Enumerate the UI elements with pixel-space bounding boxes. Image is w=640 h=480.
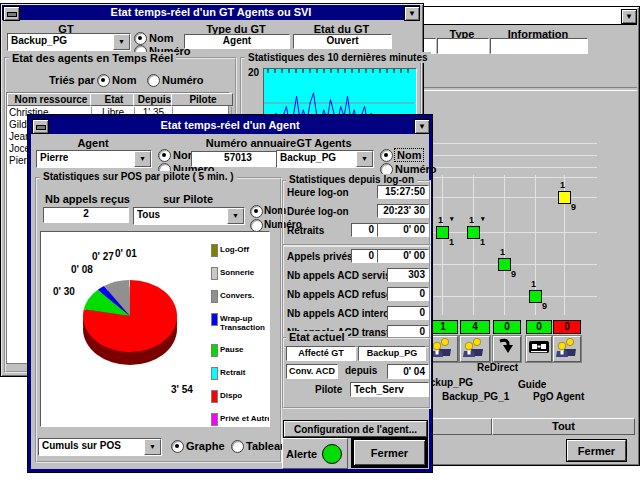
tableau-radio[interactable] bbox=[231, 440, 244, 453]
gtagents-radio-nom[interactable] bbox=[380, 149, 393, 162]
cumuls-combo-value: Cumuls sur POS bbox=[42, 440, 145, 451]
legend-swatch-icon bbox=[211, 367, 218, 380]
legend-item: Log-Off bbox=[211, 244, 265, 256]
alert-light-icon bbox=[322, 444, 342, 464]
gtagents-combo-dropdown-icon[interactable]: ▼ bbox=[356, 151, 373, 167]
agents-icon[interactable] bbox=[460, 336, 490, 362]
affecte-box: Affecté GT courant bbox=[286, 346, 356, 361]
node-count-top: 1 bbox=[500, 247, 505, 257]
legend-label: Retrait bbox=[220, 368, 266, 377]
cumuls-dropdown-icon[interactable]: ▼ bbox=[144, 439, 161, 455]
legend-item: Wrap-up Transaction bbox=[211, 313, 265, 333]
agent-window-titlebar[interactable]: Etat temps-réel d'un Agent bbox=[31, 118, 429, 134]
gt-radio-nom[interactable] bbox=[134, 32, 147, 45]
refuses-label: Nb appels ACD refusés bbox=[287, 289, 397, 300]
retraits-count: 0 bbox=[351, 223, 378, 237]
node-count-bottom: 1 bbox=[449, 237, 454, 247]
diagram-node[interactable] bbox=[498, 258, 511, 271]
table-header-row: Nom ressourceEtatDepuisPilote bbox=[7, 93, 228, 106]
counter-box[interactable]: 0 bbox=[553, 320, 581, 334]
gtagents-combo[interactable]: Backup_PG ▼ bbox=[276, 150, 374, 168]
pilote-radio-nom[interactable] bbox=[250, 205, 263, 218]
pie-value-label: 0' 08 bbox=[71, 264, 93, 275]
counter-box[interactable]: 0 bbox=[493, 320, 521, 334]
conv-time-value: 0' 04 bbox=[387, 364, 429, 379]
config-agent-button[interactable]: Configuration de l'agent... bbox=[284, 421, 427, 437]
diagram-node[interactable] bbox=[436, 226, 449, 239]
stats10-groupbox-label: Statistiques des 10 dernières minutes bbox=[245, 52, 431, 63]
diagram-gridline bbox=[421, 143, 597, 144]
sur-pilote-dropdown-icon[interactable]: ▼ bbox=[227, 208, 244, 224]
gt-combo-value: Backup_PG bbox=[11, 35, 114, 46]
agent-sysmenu-icon[interactable] bbox=[32, 119, 49, 134]
table-header-Pilote: Pilote bbox=[171, 93, 233, 106]
node-arrow-icon: ▾ bbox=[481, 215, 485, 223]
node-count-bottom: 9 bbox=[571, 202, 576, 212]
pie-value-label: 0' 01 bbox=[115, 248, 137, 259]
guide-icon[interactable] bbox=[526, 336, 552, 362]
node-count-top: 1 bbox=[531, 279, 536, 289]
legend-swatch-icon bbox=[211, 390, 218, 403]
diagram-gridline bbox=[421, 155, 597, 156]
gtagents-combo-label: GT Agents bbox=[276, 137, 372, 149]
tout-bar-left[interactable] bbox=[430, 418, 492, 435]
tout-bar[interactable]: Tout bbox=[492, 418, 635, 435]
logon-groupbox-label: Statistiques depuis log-on bbox=[286, 174, 417, 185]
agent-window: Etat temps-réel d'un Agent ▼ Agent Pierr… bbox=[28, 115, 432, 472]
pilote-value: Tech_Serv bbox=[350, 382, 429, 397]
agents-icon[interactable] bbox=[553, 336, 581, 362]
flow-fermer-button[interactable]: Fermer bbox=[567, 440, 626, 461]
agent-minimize-icon[interactable]: ▼ bbox=[414, 119, 430, 134]
table-header-Depuis: Depuis bbox=[133, 93, 174, 106]
etat-actuel-groupbox-label: Etat actuel bbox=[286, 331, 348, 343]
diagram-gridline bbox=[473, 175, 474, 315]
pie-chart-panel: 3' 540' 300' 080' 270' 01 Log-OffSonneri… bbox=[40, 231, 270, 427]
diagram-label: Backup_PG_1 bbox=[442, 391, 509, 402]
gt-radio-nom-label: Nom bbox=[149, 32, 173, 44]
conv-acd-box: Conv. ACD bbox=[286, 364, 338, 379]
graphe-radio[interactable] bbox=[171, 440, 184, 453]
agents-icon[interactable] bbox=[428, 336, 458, 362]
gt-combo-dropdown-icon[interactable]: ▼ bbox=[113, 34, 130, 50]
agent-radio-nom[interactable] bbox=[158, 149, 171, 162]
gt-sysmenu-icon[interactable] bbox=[3, 6, 20, 21]
counter-box[interactable]: 1 bbox=[428, 320, 458, 334]
cumuls-combo[interactable]: Cumuls sur POS ▼ bbox=[38, 438, 162, 456]
duree-value: 20:23' 30 bbox=[377, 204, 429, 218]
counter-box[interactable]: 0 bbox=[526, 320, 552, 334]
agent-combo-dropdown-icon[interactable]: ▼ bbox=[134, 151, 151, 167]
legend-item: Privé et Autre bbox=[211, 413, 265, 425]
sorted-by-label: Triés par bbox=[49, 74, 95, 86]
legend-swatch-icon bbox=[211, 313, 218, 326]
legend-item: Pause bbox=[211, 344, 265, 356]
alerte-panel: Alerte bbox=[282, 438, 348, 469]
agent-combo-value: Pierre bbox=[40, 152, 135, 163]
counter-box[interactable]: 4 bbox=[460, 320, 490, 334]
sort-radio-nom-label: Nom bbox=[112, 74, 136, 86]
diagram-node[interactable] bbox=[529, 290, 542, 303]
node-count-bottom: 1 bbox=[480, 237, 485, 247]
refuses-value: 0 bbox=[387, 287, 429, 301]
sur-pilote-combo-value: Tous bbox=[137, 209, 228, 220]
gt-window-titlebar[interactable]: Etat temps-réel d'un GT Agents ou SVI bbox=[2, 5, 420, 20]
redirect-icon[interactable] bbox=[493, 336, 521, 362]
nb-recus-label: Nb appels reçus bbox=[45, 193, 130, 205]
gt-combo[interactable]: Backup_PG ▼ bbox=[7, 33, 131, 51]
sort-radio-nom[interactable] bbox=[97, 74, 110, 87]
sur-pilote-combo[interactable]: Tous ▼ bbox=[133, 207, 245, 225]
diagram-node[interactable] bbox=[558, 191, 571, 204]
gt-minimize-icon[interactable]: ▼ bbox=[404, 6, 420, 21]
tableau-radio-label: Tableau bbox=[246, 440, 287, 452]
agent-combo[interactable]: Pierre ▼ bbox=[36, 150, 152, 168]
diagram-node[interactable] bbox=[467, 226, 480, 239]
diagram-gridline bbox=[442, 175, 443, 315]
interceptes-value: 0 bbox=[387, 306, 429, 320]
node-count-top: 1 bbox=[438, 215, 443, 225]
legend-swatch-icon bbox=[211, 413, 218, 426]
legend-item: Sonnerie bbox=[211, 267, 265, 279]
legend-item: Convers. bbox=[211, 290, 265, 302]
routing-diagram: 1911▾11▾191914000ReDirectBackup_PGGuideB… bbox=[417, 7, 637, 417]
agent-fermer-button[interactable]: Fermer bbox=[352, 438, 427, 467]
diagram-label: Guide bbox=[518, 379, 546, 390]
sort-radio-numero[interactable] bbox=[147, 74, 160, 87]
